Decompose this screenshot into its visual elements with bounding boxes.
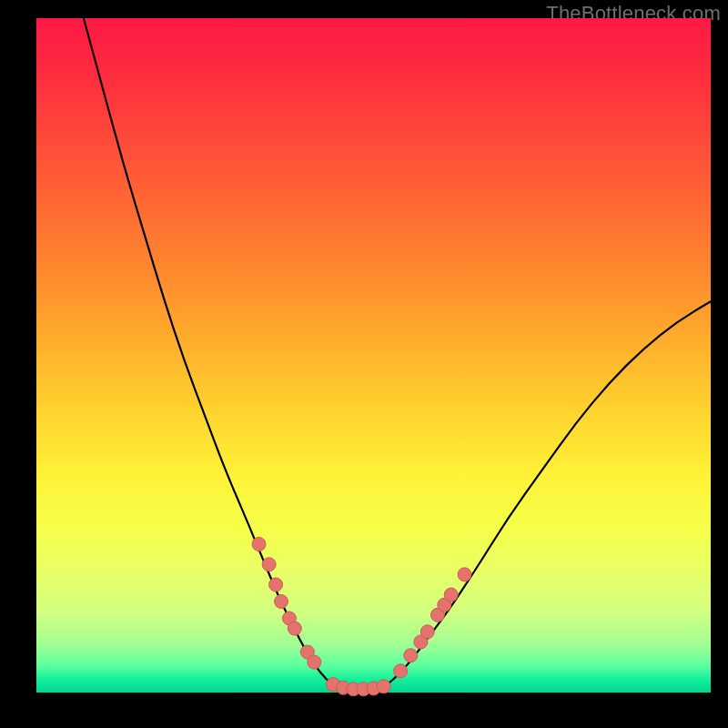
sample-marker	[404, 649, 418, 662]
sample-marker	[308, 655, 321, 669]
sample-marker	[420, 625, 434, 639]
sample-markers	[252, 537, 471, 695]
bottleneck-curve	[84, 18, 711, 690]
sample-marker	[252, 537, 266, 551]
sample-marker	[458, 568, 471, 581]
curve-layer	[36, 18, 711, 693]
sample-marker	[288, 622, 301, 635]
sample-marker	[269, 578, 283, 592]
sample-marker	[394, 664, 408, 678]
chart-stage: TheBottleneck.com	[0, 0, 728, 728]
sample-marker	[262, 558, 276, 571]
sample-marker	[274, 594, 288, 608]
plot-area	[36, 18, 711, 693]
sample-marker	[444, 588, 458, 602]
sample-marker	[377, 680, 390, 693]
